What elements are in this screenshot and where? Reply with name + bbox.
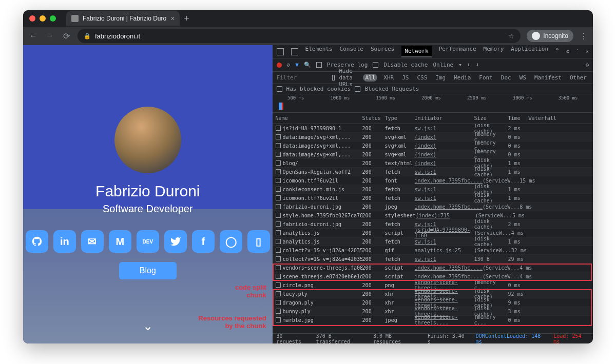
initiator-link[interactable]: sw.js:1 [415,239,436,245]
throttle-dropdown[interactable]: Online [433,62,453,68]
initiator-link[interactable]: vendors~scene-threejs.... [415,314,458,326]
initiator-link[interactable]: index.home.7395fbc.... [415,178,483,184]
table-row[interactable]: analytics.js 200 script js?id=UA-9739989… [273,229,593,237]
preserve-log-checkbox[interactable] [316,62,322,68]
initiator-link[interactable]: index.home.7395fbc.... [415,274,483,279]
mobile-icon[interactable]: ▯ [247,230,270,253]
tab-performance[interactable]: Performance [439,46,476,57]
instagram-icon[interactable]: ◯ [220,230,242,253]
filter-js[interactable]: JS [400,74,411,82]
search-icon[interactable]: 🔍 [304,62,311,68]
filter-input[interactable] [277,74,328,81]
table-row[interactable]: marble.jpg 200 jpeg vendors~scene-threej… [273,316,593,325]
initiator-link[interactable]: (index):715 [416,213,450,218]
bookmark-star-icon[interactable]: ☆ [508,32,514,40]
back-button[interactable]: ← [28,31,38,41]
initiator-link[interactable]: index.home.7395fbc.... [415,204,483,210]
throttle-chevron-icon[interactable]: ▾ [458,62,462,68]
maximize-window-button[interactable] [50,15,56,22]
filter-all[interactable]: All [363,74,377,82]
initiator-link[interactable]: js?id=UA-97399890-1:60 [415,227,470,238]
initiator-link[interactable]: (index) [415,152,436,157]
table-row[interactable]: vendors~scene-threejs.fa084c255eb... 200… [273,264,593,272]
tab-network[interactable]: Network [401,46,431,57]
table-row[interactable]: icomoon.ttf?6uv2il 200 fetch sw.js:1 (di… [273,194,593,203]
close-tab-icon[interactable]: × [170,14,175,23]
col-waterfall[interactable]: Waterfall [529,115,593,121]
table-row[interactable]: data:image/svg+xml,... 200 svg+xml (inde… [273,133,593,141]
filter-ws[interactable]: WS [517,74,528,82]
table-row[interactable]: fabrizio-duroni.jpg 200 jpeg index.home.… [273,203,593,211]
blog-button[interactable]: Blog [119,262,177,279]
table-row[interactable]: style.home.7395fbc0267ca700de83.... 200 … [273,211,593,220]
filter-img[interactable]: Img [433,74,448,82]
filter-xhr[interactable]: XHR [381,74,396,82]
filter-doc[interactable]: Doc [499,74,513,82]
table-row[interactable]: js?id=UA-97399890-1 200 fetch sw.js:1 (d… [273,124,593,133]
timeline[interactable]: 500 ms1000 ms1500 ms2000 ms2500 ms3000 m… [273,94,593,113]
initiator-link[interactable]: sw.js:1 [415,195,436,201]
table-row[interactable]: analytics.js 200 fetch sw.js:1 (disk cac… [273,237,593,246]
initiator-link[interactable]: (index) [415,143,436,149]
twitter-icon[interactable] [164,230,187,253]
browser-tab[interactable]: Fabrizio Duroni | Fabrizio Duro × [66,11,180,26]
table-row[interactable]: collect?v=1&_v=j82&a=420357966&t... 200 … [273,255,593,264]
forward-button[interactable]: → [45,31,55,41]
medium-icon[interactable]: M [109,230,131,253]
initiator-link[interactable]: sw.js:1 [415,221,436,227]
close-window-button[interactable] [29,15,35,22]
browser-menu-button[interactable]: ⋮ [580,31,588,41]
disable-cache-checkbox[interactable] [373,62,378,68]
initiator-link[interactable]: analytics.js:25 [415,248,461,253]
filter-manifest[interactable]: Manifest [532,74,564,82]
github-icon[interactable] [26,230,48,253]
initiator-link[interactable]: sw.js:1 [415,169,436,175]
devto-icon[interactable]: DEV [137,230,159,253]
col-initiator[interactable]: Initiator [415,115,474,121]
filter-font[interactable]: Font [477,74,495,82]
filter-css[interactable]: CSS [415,74,429,82]
devtools-menu-icon[interactable]: ⋮ [574,48,580,55]
col-time[interactable]: Time [508,115,529,121]
filter-media[interactable]: Media [452,74,473,82]
tab-application[interactable]: Application [511,46,548,57]
table-row[interactable]: blog/ 200 text/html (index) (disk cache)… [273,159,593,168]
table-row[interactable]: data:image/svg+xml,... 200 svg+xml (inde… [273,150,593,159]
table-row[interactable]: OpenSans-Regular.woff2 200 fetch sw.js:1… [273,168,593,176]
chevron-down-icon[interactable]: ⌄ [143,319,153,333]
reload-button[interactable]: ⟳ [61,31,71,41]
clear-icon[interactable]: ⊘ [287,62,291,68]
col-status[interactable]: Status [362,115,385,121]
table-row[interactable]: icomoon.ttf?6uv2il 200 font index.home.7… [273,176,593,185]
more-tabs-icon[interactable]: » [555,46,559,57]
upload-icon[interactable]: ⬆ [467,62,471,68]
tab-elements[interactable]: Elements [305,46,333,57]
inspect-icon[interactable] [277,48,284,55]
tab-sources[interactable]: Sources [371,46,394,57]
download-icon[interactable]: ⬇ [475,62,479,68]
table-row[interactable]: collect?v=1&_v=j82&a=420357966&t... 200 … [273,246,593,255]
devtools-close-icon[interactable]: × [585,48,589,55]
tab-memory[interactable]: Memory [484,46,504,57]
tab-console[interactable]: Console [340,46,363,57]
initiator-link[interactable]: sw.js:1 [415,126,436,131]
device-icon[interactable] [291,48,298,55]
col-name[interactable]: Name [273,115,362,121]
initiator-link[interactable]: (index) [415,160,436,166]
minimize-window-button[interactable] [40,15,46,22]
linkedin-icon[interactable]: in [53,230,76,253]
filter-other[interactable]: Other [568,74,589,82]
blocked-requests-checkbox[interactable] [355,86,360,92]
initiator-link[interactable]: index.home.7395fbc.... [415,265,483,271]
new-tab-button[interactable]: + [184,13,189,24]
col-size[interactable]: Size [474,115,508,121]
blocked-cookies-checkbox[interactable] [277,86,282,92]
settings-gear-icon[interactable]: ⚙ [566,48,570,55]
initiator-link[interactable]: sw.js:1 [415,256,436,262]
filter-toggle-icon[interactable]: ▼ [295,62,299,68]
table-row[interactable]: cookieconsent.min.js 200 fetch sw.js:1 (… [273,185,593,194]
record-button[interactable] [277,63,282,68]
col-type[interactable]: Type [385,115,415,121]
mail-icon[interactable]: ✉ [81,230,104,253]
hide-data-urls-checkbox[interactable] [332,75,335,80]
